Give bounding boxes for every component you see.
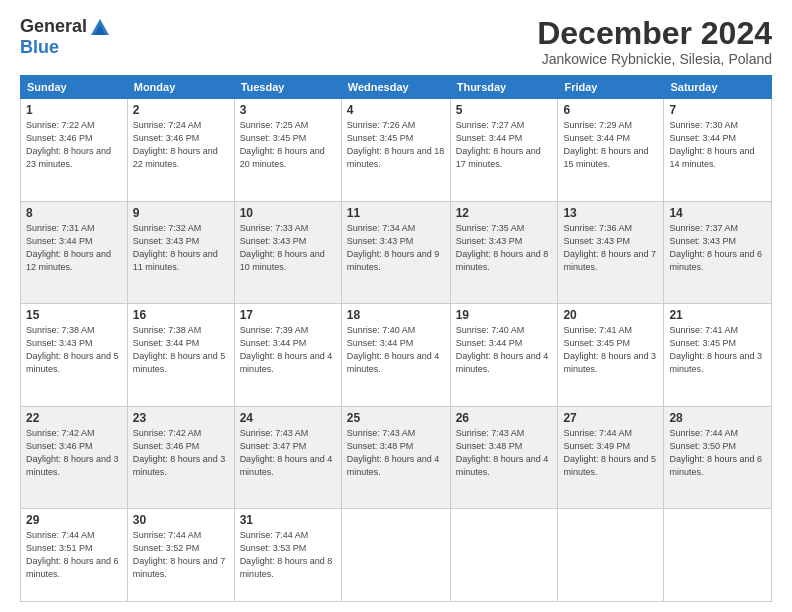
calendar-cell: 11Sunrise: 7:34 AMSunset: 3:43 PMDayligh… — [341, 201, 450, 303]
day-number: 1 — [26, 103, 122, 117]
logo-general-text: General — [20, 16, 87, 37]
day-info: Sunrise: 7:44 AMSunset: 3:50 PMDaylight:… — [669, 427, 766, 479]
day-number: 15 — [26, 308, 122, 322]
calendar-cell: 4Sunrise: 7:26 AMSunset: 3:45 PMDaylight… — [341, 99, 450, 201]
calendar-cell: 7Sunrise: 7:30 AMSunset: 3:44 PMDaylight… — [664, 99, 772, 201]
day-number: 17 — [240, 308, 336, 322]
calendar-cell: 8Sunrise: 7:31 AMSunset: 3:44 PMDaylight… — [21, 201, 128, 303]
calendar-cell: 2Sunrise: 7:24 AMSunset: 3:46 PMDaylight… — [127, 99, 234, 201]
day-info: Sunrise: 7:40 AMSunset: 3:44 PMDaylight:… — [456, 324, 553, 376]
calendar-cell: 28Sunrise: 7:44 AMSunset: 3:50 PMDayligh… — [664, 406, 772, 508]
calendar-cell: 9Sunrise: 7:32 AMSunset: 3:43 PMDaylight… — [127, 201, 234, 303]
day-number: 9 — [133, 206, 229, 220]
calendar-week-row: 29Sunrise: 7:44 AMSunset: 3:51 PMDayligh… — [21, 508, 772, 601]
calendar-cell: 25Sunrise: 7:43 AMSunset: 3:48 PMDayligh… — [341, 406, 450, 508]
day-info: Sunrise: 7:44 AMSunset: 3:49 PMDaylight:… — [563, 427, 658, 479]
calendar-week-row: 22Sunrise: 7:42 AMSunset: 3:46 PMDayligh… — [21, 406, 772, 508]
day-info: Sunrise: 7:32 AMSunset: 3:43 PMDaylight:… — [133, 222, 229, 274]
day-number: 23 — [133, 411, 229, 425]
day-info: Sunrise: 7:24 AMSunset: 3:46 PMDaylight:… — [133, 119, 229, 171]
header-right: December 2024 Jankowice Rybnickie, Siles… — [537, 16, 772, 67]
day-number: 12 — [456, 206, 553, 220]
day-number: 21 — [669, 308, 766, 322]
day-info: Sunrise: 7:30 AMSunset: 3:44 PMDaylight:… — [669, 119, 766, 171]
day-info: Sunrise: 7:39 AMSunset: 3:44 PMDaylight:… — [240, 324, 336, 376]
day-number: 24 — [240, 411, 336, 425]
calendar-cell: 22Sunrise: 7:42 AMSunset: 3:46 PMDayligh… — [21, 406, 128, 508]
day-number: 14 — [669, 206, 766, 220]
logo-blue-text: Blue — [20, 37, 59, 58]
day-number: 13 — [563, 206, 658, 220]
day-number: 30 — [133, 513, 229, 527]
day-number: 25 — [347, 411, 445, 425]
calendar-cell: 19Sunrise: 7:40 AMSunset: 3:44 PMDayligh… — [450, 304, 558, 406]
calendar-cell: 1Sunrise: 7:22 AMSunset: 3:46 PMDaylight… — [21, 99, 128, 201]
day-number: 18 — [347, 308, 445, 322]
col-header-friday: Friday — [558, 76, 664, 99]
calendar-cell: 15Sunrise: 7:38 AMSunset: 3:43 PMDayligh… — [21, 304, 128, 406]
day-info: Sunrise: 7:43 AMSunset: 3:47 PMDaylight:… — [240, 427, 336, 479]
calendar-cell: 31Sunrise: 7:44 AMSunset: 3:53 PMDayligh… — [234, 508, 341, 601]
day-info: Sunrise: 7:38 AMSunset: 3:44 PMDaylight:… — [133, 324, 229, 376]
calendar-cell: 23Sunrise: 7:42 AMSunset: 3:46 PMDayligh… — [127, 406, 234, 508]
calendar-week-row: 1Sunrise: 7:22 AMSunset: 3:46 PMDaylight… — [21, 99, 772, 201]
calendar-cell: 24Sunrise: 7:43 AMSunset: 3:47 PMDayligh… — [234, 406, 341, 508]
calendar-cell: 17Sunrise: 7:39 AMSunset: 3:44 PMDayligh… — [234, 304, 341, 406]
day-number: 26 — [456, 411, 553, 425]
day-number: 10 — [240, 206, 336, 220]
calendar-cell: 14Sunrise: 7:37 AMSunset: 3:43 PMDayligh… — [664, 201, 772, 303]
day-number: 22 — [26, 411, 122, 425]
calendar-cell: 30Sunrise: 7:44 AMSunset: 3:52 PMDayligh… — [127, 508, 234, 601]
day-info: Sunrise: 7:35 AMSunset: 3:43 PMDaylight:… — [456, 222, 553, 274]
day-number: 4 — [347, 103, 445, 117]
day-info: Sunrise: 7:25 AMSunset: 3:45 PMDaylight:… — [240, 119, 336, 171]
calendar-cell: 3Sunrise: 7:25 AMSunset: 3:45 PMDaylight… — [234, 99, 341, 201]
calendar-cell — [664, 508, 772, 601]
day-number: 11 — [347, 206, 445, 220]
day-info: Sunrise: 7:41 AMSunset: 3:45 PMDaylight:… — [563, 324, 658, 376]
day-info: Sunrise: 7:43 AMSunset: 3:48 PMDaylight:… — [347, 427, 445, 479]
calendar-cell: 16Sunrise: 7:38 AMSunset: 3:44 PMDayligh… — [127, 304, 234, 406]
calendar-cell: 10Sunrise: 7:33 AMSunset: 3:43 PMDayligh… — [234, 201, 341, 303]
day-info: Sunrise: 7:44 AMSunset: 3:52 PMDaylight:… — [133, 529, 229, 581]
day-info: Sunrise: 7:26 AMSunset: 3:45 PMDaylight:… — [347, 119, 445, 171]
day-number: 6 — [563, 103, 658, 117]
day-info: Sunrise: 7:40 AMSunset: 3:44 PMDaylight:… — [347, 324, 445, 376]
calendar-cell: 27Sunrise: 7:44 AMSunset: 3:49 PMDayligh… — [558, 406, 664, 508]
location: Jankowice Rybnickie, Silesia, Poland — [537, 51, 772, 67]
day-info: Sunrise: 7:27 AMSunset: 3:44 PMDaylight:… — [456, 119, 553, 171]
day-info: Sunrise: 7:42 AMSunset: 3:46 PMDaylight:… — [26, 427, 122, 479]
day-info: Sunrise: 7:43 AMSunset: 3:48 PMDaylight:… — [456, 427, 553, 479]
day-number: 31 — [240, 513, 336, 527]
day-info: Sunrise: 7:31 AMSunset: 3:44 PMDaylight:… — [26, 222, 122, 274]
header: General Blue December 2024 Jankowice Ryb… — [20, 16, 772, 67]
day-info: Sunrise: 7:34 AMSunset: 3:43 PMDaylight:… — [347, 222, 445, 274]
day-number: 16 — [133, 308, 229, 322]
calendar-cell — [341, 508, 450, 601]
day-info: Sunrise: 7:42 AMSunset: 3:46 PMDaylight:… — [133, 427, 229, 479]
calendar-week-row: 8Sunrise: 7:31 AMSunset: 3:44 PMDaylight… — [21, 201, 772, 303]
calendar-table: SundayMondayTuesdayWednesdayThursdayFrid… — [20, 75, 772, 602]
col-header-sunday: Sunday — [21, 76, 128, 99]
calendar-cell: 5Sunrise: 7:27 AMSunset: 3:44 PMDaylight… — [450, 99, 558, 201]
day-info: Sunrise: 7:22 AMSunset: 3:46 PMDaylight:… — [26, 119, 122, 171]
calendar-header-row: SundayMondayTuesdayWednesdayThursdayFrid… — [21, 76, 772, 99]
logo-icon — [91, 18, 109, 36]
col-header-saturday: Saturday — [664, 76, 772, 99]
col-header-tuesday: Tuesday — [234, 76, 341, 99]
day-info: Sunrise: 7:41 AMSunset: 3:45 PMDaylight:… — [669, 324, 766, 376]
day-number: 20 — [563, 308, 658, 322]
day-info: Sunrise: 7:44 AMSunset: 3:53 PMDaylight:… — [240, 529, 336, 581]
day-info: Sunrise: 7:36 AMSunset: 3:43 PMDaylight:… — [563, 222, 658, 274]
calendar-cell: 26Sunrise: 7:43 AMSunset: 3:48 PMDayligh… — [450, 406, 558, 508]
calendar-cell: 21Sunrise: 7:41 AMSunset: 3:45 PMDayligh… — [664, 304, 772, 406]
calendar-cell: 18Sunrise: 7:40 AMSunset: 3:44 PMDayligh… — [341, 304, 450, 406]
col-header-wednesday: Wednesday — [341, 76, 450, 99]
calendar-cell: 12Sunrise: 7:35 AMSunset: 3:43 PMDayligh… — [450, 201, 558, 303]
day-number: 19 — [456, 308, 553, 322]
day-info: Sunrise: 7:44 AMSunset: 3:51 PMDaylight:… — [26, 529, 122, 581]
day-number: 8 — [26, 206, 122, 220]
day-info: Sunrise: 7:29 AMSunset: 3:44 PMDaylight:… — [563, 119, 658, 171]
day-number: 2 — [133, 103, 229, 117]
day-info: Sunrise: 7:37 AMSunset: 3:43 PMDaylight:… — [669, 222, 766, 274]
